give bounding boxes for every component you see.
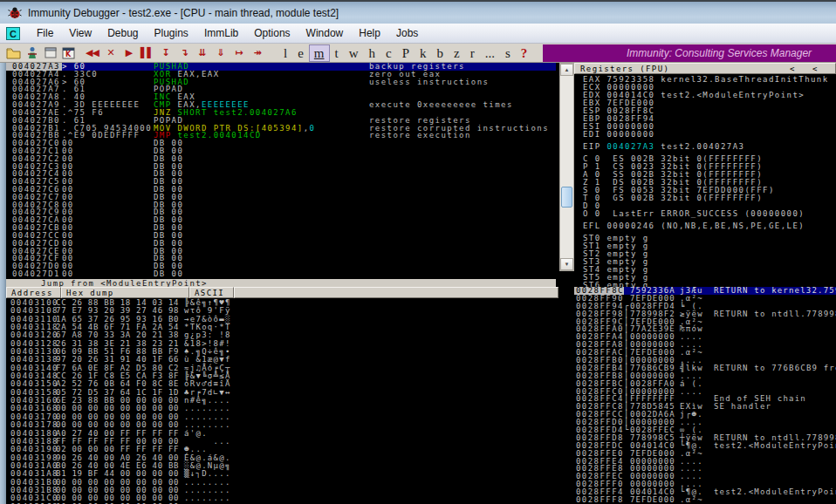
disasm-row[interactable]: 004027CF00DB 00 <box>6 255 556 262</box>
letter-button-e[interactable]: e <box>292 45 309 61</box>
dump-pane[interactable]: Address Hex dump ASCII 00403100CC 26 88 … <box>6 287 558 504</box>
execute-till-return-button[interactable]: ↦ <box>230 44 248 61</box>
disasm-row[interactable]: 004027CE00DB 00 <box>6 248 556 255</box>
menu-item-debug[interactable]: Debug <box>99 24 146 42</box>
stack-comment-cell <box>714 480 836 488</box>
debug-buttons: ◀◀✕▶▌▌↧↴⇊⇓↦↠ <box>83 44 266 61</box>
letter-button-c[interactable]: c <box>380 45 397 61</box>
run-button[interactable]: ▶ <box>120 44 138 61</box>
disasm-row[interactable]: 004027C100DB 00 <box>6 147 556 155</box>
disasm-row[interactable]: 004027BB.^E9 0DEDFFFFJMP test2.004014CDr… <box>6 132 556 140</box>
disasm-row[interactable]: 004027CA00DB 00 <box>6 216 556 224</box>
register-row[interactable]: O 0 LastErr ERROR_SUCCESS (00000000) <box>574 210 836 218</box>
register-segment: EFL 00000246 (NO,NB,E,BE,NS,PE,GE,LE) <box>583 221 805 230</box>
dump-header-hex[interactable]: Hex dump <box>61 287 189 298</box>
stack-row[interactable]: 0028FFF87EFDE000.α²~ <box>574 496 836 504</box>
stack-comment-cell <box>714 411 836 419</box>
menu-item-help[interactable]: Help <box>351 24 388 42</box>
window-left-frame <box>0 63 6 504</box>
disasm-row[interactable]: 004027C700DB 00 <box>6 194 556 201</box>
dump-header-ascii[interactable]: ASCII <box>189 287 234 298</box>
letter-button-r[interactable]: r <box>465 45 480 61</box>
letter-button-l[interactable]: l <box>278 45 292 61</box>
stack-frame-bracket <box>624 287 630 295</box>
stack-comment-cell: SE handler <box>714 403 836 411</box>
disasm-row[interactable]: 004027C600DB 00 <box>6 186 556 194</box>
disasm-row[interactable]: 004027C200DB 00 <box>6 155 556 163</box>
instruction-segment: DB 00 <box>154 269 183 278</box>
trace-into-button[interactable]: ⇊ <box>193 44 211 61</box>
register-row[interactable]: T 0 GS 002B 32bit 0(FFFFFFFF) <box>574 194 836 202</box>
register-row[interactable]: EFL 00000246 (NO,NB,E,BE,NS,PE,GE,LE) <box>574 222 836 230</box>
scroll-thumb[interactable] <box>561 187 572 208</box>
pause-button[interactable]: ▌▌ <box>138 44 156 61</box>
disasm-row[interactable]: 004027C400DB 00 <box>6 170 556 178</box>
menu-item-plugins[interactable]: Plugins <box>147 24 196 42</box>
letter-button-w[interactable]: w <box>344 45 364 61</box>
scroll-up-arrow[interactable]: ▲ <box>560 64 573 76</box>
disasm-row[interactable]: 004027C500DB 00 <box>6 178 556 186</box>
letter-button-t[interactable]: t <box>330 45 344 61</box>
letter-button-h[interactable]: h <box>364 45 381 61</box>
restart-button[interactable]: ◀◀ <box>83 44 101 61</box>
disasm-row[interactable]: 004027CC00DB 00 <box>6 232 556 240</box>
disasm-row[interactable]: 004027C800DB 00 <box>6 201 556 209</box>
stack-pane[interactable]: ▲ 0028FF8C7592336Aj3ÆuRETURN to kernel32… <box>574 287 836 504</box>
step-into-button[interactable]: ↧ <box>156 44 175 61</box>
disasm-hex-cell: 00 <box>62 194 154 201</box>
stack-comment-cell <box>714 357 836 364</box>
disasm-row[interactable]: 004027D000DB 00 <box>6 262 556 270</box>
menu-item-file[interactable]: File <box>29 24 61 42</box>
window-selector-button[interactable]: K <box>59 44 78 61</box>
attach-process-button[interactable] <box>23 44 41 61</box>
disasm-row[interactable]: 004027C000DB 00 <box>6 140 556 147</box>
disasm-row[interactable]: 004027C900DB 00 <box>6 208 556 216</box>
scroll-down-arrow[interactable]: ▼ <box>560 258 573 270</box>
disasm-row[interactable]: 004027CB00DB 00 <box>6 224 556 232</box>
menu-item-view[interactable]: View <box>61 24 99 42</box>
open-file-button[interactable] <box>4 44 23 61</box>
menu-item-immlib[interactable]: ImmLib <box>196 24 246 42</box>
windows-list-button[interactable] <box>41 44 59 61</box>
letter-button-P[interactable]: P <box>397 45 415 61</box>
folder-icon <box>6 47 21 59</box>
show-eip-button[interactable]: ↠ <box>248 44 266 61</box>
menu-item-window[interactable]: Window <box>298 24 352 42</box>
menu-item-options[interactable]: Options <box>246 24 298 42</box>
registers-view-toggle-1[interactable]: < <box>790 64 812 73</box>
stack-frame-bracket <box>624 496 630 504</box>
disasm-row[interactable]: 004027D100DB 00 <box>6 270 556 278</box>
disasm-row[interactable]: 004027C300DB 00 <box>6 163 556 171</box>
disasm-row[interactable]: 004027AE.^75 F6JNZ SHORT test2.004027A6 <box>6 109 556 117</box>
trace-over-button[interactable]: ⇓ <box>211 44 230 61</box>
dump-header-address[interactable]: Address <box>6 287 61 298</box>
letter-button-trace[interactable]: ... <box>480 45 500 61</box>
disasm-row[interactable]: 004027CD00DB 00 <box>6 240 556 248</box>
register-row[interactable]: EIP 004027A3 test2.004027A3 <box>574 143 836 151</box>
letter-button-z[interactable]: z <box>449 45 465 61</box>
step-over-button[interactable]: ↴ <box>175 44 193 61</box>
disasm-hex-cell: 00 <box>62 262 154 270</box>
letter-button-s[interactable]: s <box>500 45 516 61</box>
disassembly-pane[interactable]: 004027A3> 60PUSHADbackup registers004027… <box>6 63 556 279</box>
dump-rows: 00403100CC 26 88 BB 18 14 03 14╠&ê╗↑¶♥¶0… <box>6 298 558 504</box>
disasm-row[interactable]: 004027A7. 61POPAD <box>6 85 556 93</box>
pause-icon: ▌▌ <box>140 47 154 58</box>
register-row[interactable]: EDI 00000000 <box>574 131 836 139</box>
menu-item-jobs[interactable]: Jobs <box>388 24 426 42</box>
disasm-row[interactable]: 004027A6> 60PUSHADuseless instructions <box>6 78 556 86</box>
disassembly-scrollbar[interactable]: ▲ ▼ <box>559 63 574 271</box>
letter-button-b[interactable]: b <box>432 45 449 61</box>
disasm-address-cell: 004027D1 <box>6 270 62 278</box>
stack-comment-cell <box>714 325 836 333</box>
cpu-window-icon[interactable]: C <box>6 27 20 40</box>
registers-pane[interactable]: Registers (FPU) < < EAX 75923358 kernel3… <box>574 63 836 287</box>
registers-view-toggle-2[interactable]: < <box>812 64 835 73</box>
stack-comment-cell <box>714 341 836 349</box>
letter-button-m[interactable]: m <box>309 44 330 62</box>
disasm-comment-cell <box>369 85 556 93</box>
letter-button-help[interactable]: ? <box>516 45 533 61</box>
close-program-button[interactable]: ✕ <box>101 44 120 61</box>
letter-button-k[interactable]: k <box>415 45 432 61</box>
disasm-comment-cell <box>369 194 556 201</box>
